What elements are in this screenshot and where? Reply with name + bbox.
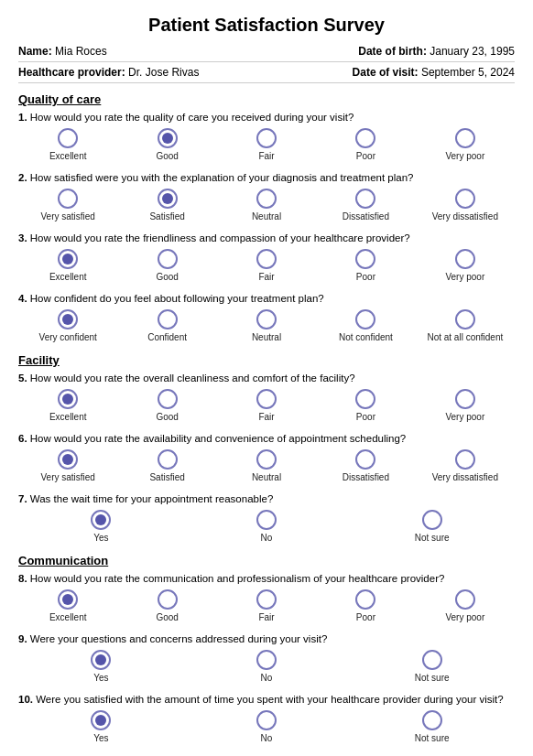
option[interactable]: Not at all confident — [416, 309, 515, 342]
radio-circle[interactable] — [158, 249, 178, 269]
radio-circle[interactable] — [158, 309, 178, 329]
radio-circle[interactable] — [422, 710, 442, 730]
radio-circle[interactable] — [256, 589, 277, 610]
radio-circle[interactable] — [256, 710, 277, 730]
radio-circle[interactable] — [455, 389, 475, 409]
option[interactable]: Very confident — [18, 309, 117, 342]
option[interactable]: No — [184, 710, 350, 743]
option[interactable]: Good — [117, 389, 216, 422]
option[interactable]: Very satisfied — [18, 189, 117, 221]
option[interactable]: Very dissatisfied — [416, 189, 515, 221]
radio-circle[interactable] — [158, 589, 178, 610]
question: 7. Was the wait time for your appointmen… — [18, 493, 515, 543]
option[interactable]: Fair — [217, 128, 316, 161]
radio-circle[interactable] — [58, 128, 78, 148]
option[interactable]: Fair — [217, 249, 316, 282]
radio-circle[interactable] — [455, 189, 475, 209]
radio-circle[interactable] — [158, 449, 178, 470]
option-label: Yes — [93, 533, 108, 543]
option[interactable]: Very poor — [416, 249, 515, 282]
option[interactable]: Good — [117, 589, 216, 622]
option[interactable]: Excellent — [18, 128, 117, 161]
radio-circle[interactable] — [422, 650, 442, 670]
option[interactable]: Neutral — [217, 309, 316, 342]
option[interactable]: Yes — [18, 510, 184, 543]
radio-circle[interactable] — [58, 449, 78, 470]
radio-circle[interactable] — [158, 128, 178, 148]
radio-circle[interactable] — [256, 128, 277, 148]
option-label: Poor — [356, 151, 375, 161]
option[interactable]: Not sure — [349, 710, 515, 743]
radio-circle[interactable] — [256, 650, 277, 670]
option-label: No — [261, 533, 273, 543]
option-label: Good — [156, 151, 178, 161]
option[interactable]: Not sure — [349, 650, 515, 683]
radio-circle[interactable] — [91, 510, 111, 530]
option[interactable]: Excellent — [18, 589, 117, 622]
radio-circle[interactable] — [158, 389, 178, 409]
option[interactable]: Excellent — [18, 249, 117, 282]
option[interactable]: Very satisfied — [18, 449, 117, 482]
radio-circle[interactable] — [355, 309, 375, 329]
radio-circle[interactable] — [256, 389, 277, 409]
option-label: Neutral — [252, 211, 281, 221]
radio-circle[interactable] — [91, 650, 111, 670]
radio-circle[interactable] — [455, 249, 475, 269]
option[interactable]: Confident — [117, 309, 216, 342]
radio-circle[interactable] — [455, 449, 475, 470]
radio-circle[interactable] — [455, 589, 475, 610]
option[interactable]: Satisfied — [117, 189, 216, 221]
radio-circle[interactable] — [58, 309, 78, 329]
radio-circle[interactable] — [158, 189, 178, 209]
option[interactable]: Neutral — [217, 189, 316, 221]
option[interactable]: Yes — [18, 650, 184, 683]
radio-circle[interactable] — [256, 309, 277, 329]
radio-circle[interactable] — [256, 449, 277, 470]
radio-circle[interactable] — [58, 249, 78, 269]
option[interactable]: Not confident — [316, 309, 415, 342]
option[interactable]: Very dissatisfied — [416, 449, 515, 482]
option-label: No — [261, 733, 273, 743]
radio-circle[interactable] — [256, 189, 277, 209]
option[interactable]: Poor — [316, 249, 415, 282]
radio-circle[interactable] — [355, 449, 375, 470]
radio-circle[interactable] — [256, 510, 277, 530]
option[interactable]: Poor — [316, 589, 415, 622]
option[interactable]: Poor — [316, 389, 415, 422]
radio-circle[interactable] — [355, 128, 375, 148]
option[interactable]: Good — [117, 249, 216, 282]
option[interactable]: Satisfied — [117, 449, 216, 482]
radio-circle[interactable] — [355, 589, 375, 610]
radio-circle[interactable] — [355, 389, 375, 409]
radio-circle[interactable] — [455, 309, 475, 329]
option[interactable]: No — [184, 510, 350, 543]
option[interactable]: Very poor — [416, 128, 515, 161]
radio-circle[interactable] — [256, 249, 277, 269]
provider-row: Healthcare provider: Dr. Jose Rivas Date… — [18, 66, 515, 83]
question-text: 5. How would you rate the overall cleanl… — [18, 373, 515, 383]
radio-circle[interactable] — [58, 389, 78, 409]
option[interactable]: Fair — [217, 589, 316, 622]
option[interactable]: Dissatisfied — [316, 449, 415, 482]
option[interactable]: Very poor — [416, 589, 515, 622]
radio-circle[interactable] — [58, 189, 78, 209]
option[interactable]: Yes — [18, 710, 184, 743]
radio-circle[interactable] — [58, 589, 78, 610]
option[interactable]: Poor — [316, 128, 415, 161]
question: 1. How would you rate the quality of car… — [18, 112, 515, 161]
radio-circle[interactable] — [422, 510, 442, 530]
option[interactable]: No — [184, 650, 350, 683]
radio-circle[interactable] — [355, 249, 375, 269]
radio-circle[interactable] — [455, 128, 475, 148]
option[interactable]: Neutral — [217, 449, 316, 482]
option[interactable]: Good — [117, 128, 216, 161]
option[interactable]: Not sure — [349, 510, 515, 543]
radio-circle[interactable] — [355, 189, 375, 209]
option[interactable]: Fair — [217, 389, 316, 422]
option[interactable]: Excellent — [18, 389, 117, 422]
radio-circle[interactable] — [91, 710, 111, 730]
option[interactable]: Very poor — [416, 389, 515, 422]
dob-label: Date of birth: — [358, 45, 427, 58]
option[interactable]: Dissatisfied — [316, 189, 415, 221]
option-label: Very poor — [445, 612, 484, 622]
